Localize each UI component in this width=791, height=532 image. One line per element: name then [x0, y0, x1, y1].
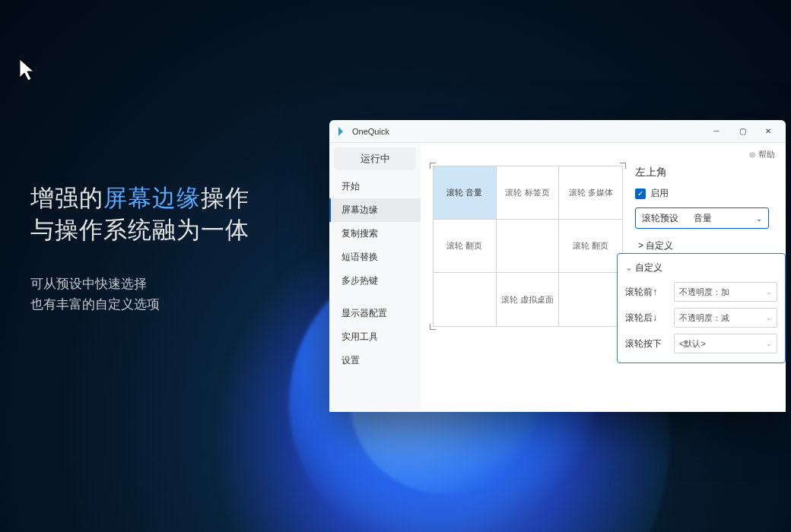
custom-popup: ⌄ 自定义 滚轮前↑ 不透明度：加 ⌄ 滚轮后↓ 不透明度：减 ⌄ 滚轮按下 <… [617, 253, 786, 363]
popup-select-wheel-up[interactable]: 不透明度：加 ⌄ [674, 282, 777, 302]
hero-text: 增强的屏幕边缘操作 与操作系统融为一体 可从预设中快速选择 也有丰富的自定义选项 [30, 182, 249, 315]
preset-dropdown[interactable]: 滚轮预设 音量 ⌄ [635, 207, 769, 229]
popup-title: ⌄ 自定义 [625, 261, 777, 274]
enable-checkbox-row[interactable]: ✓ 启用 [635, 187, 769, 200]
preset-value: 音量 [685, 212, 750, 225]
edge-grid: 滚轮 音量 滚轮 标签页 滚轮 多媒体 滚轮 翻页 滚轮 翻页 滚轮 虚拟桌面 [433, 166, 623, 327]
sidebar-item-settings[interactable]: 设置 [329, 349, 421, 372]
grid-cell-top-right[interactable]: 滚轮 多媒体 [559, 166, 622, 220]
sidebar-item-multi-hotkey[interactable]: 多步热键 [329, 269, 421, 293]
preset-label: 滚轮预设 [636, 212, 685, 225]
popup-label-wheel-up: 滚轮前↑ [625, 286, 669, 299]
panel-title: 左上角 [635, 166, 769, 179]
cursor-icon [18, 58, 37, 82]
sidebar-item-copy-search[interactable]: 复制搜索 [329, 222, 421, 245]
minimize-button[interactable]: ─ [704, 122, 729, 141]
grid-cell-bot-right[interactable] [559, 273, 622, 326]
hero-line1-c: 操作 [201, 185, 249, 211]
tab-running[interactable]: 运行中 [334, 147, 416, 170]
help-link[interactable]: ⊙ 帮助 [749, 149, 775, 160]
hero-line1-highlight: 屏幕边缘 [103, 185, 201, 211]
checkbox-icon: ✓ [635, 188, 646, 199]
grid-cell-top-left[interactable]: 滚轮 音量 [434, 166, 497, 220]
sidebar-item-start[interactable]: 开始 [329, 175, 421, 198]
titlebar[interactable]: OneQuick ─ ▢ ✕ [329, 120, 786, 143]
maximize-button[interactable]: ▢ [729, 122, 755, 141]
chevron-down-icon: ⌄ [766, 314, 772, 321]
grid-cell-bot-left[interactable] [434, 273, 497, 326]
grid-cell-mid-right[interactable]: 滚轮 翻页 [559, 220, 622, 273]
popup-label-wheel-down: 滚轮后↓ [625, 312, 669, 325]
sidebar: 运行中 开始 屏幕边缘 复制搜索 短语替换 多步热键 显示器配置 实用工具 设置 [329, 143, 421, 412]
grid-cell-mid-left[interactable]: 滚轮 翻页 [434, 220, 497, 273]
popup-select-wheel-down[interactable]: 不透明度：减 ⌄ [674, 308, 777, 328]
hero-line2: 与操作系统融为一体 [30, 214, 249, 246]
grid-cell-top-center[interactable]: 滚轮 标签页 [497, 166, 560, 220]
config-panel: 左上角 ✓ 启用 滚轮预设 音量 ⌄ > 自定义 [635, 166, 769, 255]
popup-select-wheel-press[interactable]: <默认> ⌄ [674, 334, 777, 353]
window-title: OneQuick [352, 127, 704, 136]
enable-label: 启用 [650, 187, 669, 200]
sidebar-item-utilities[interactable]: 实用工具 [329, 325, 421, 349]
hero-sub2: 也有丰富的自定义选项 [30, 294, 249, 315]
app-icon [335, 125, 348, 138]
app-window: OneQuick ─ ▢ ✕ 运行中 开始 屏幕边缘 复制搜索 短语替换 多步热… [329, 120, 786, 412]
chevron-down-icon: ⌄ [750, 214, 768, 223]
hero-sub1: 可从预设中快速选择 [30, 274, 249, 294]
grid-cell-bot-center[interactable]: 滚轮 虚拟桌面 [497, 273, 560, 326]
sidebar-item-monitor-config[interactable]: 显示器配置 [329, 302, 421, 325]
chevron-down-icon: ⌄ [766, 288, 772, 296]
grid-cell-mid-center[interactable] [497, 220, 560, 273]
sidebar-item-screen-edge[interactable]: 屏幕边缘 [329, 198, 421, 222]
close-button[interactable]: ✕ [755, 122, 781, 141]
chevron-down-icon: ⌄ [766, 340, 772, 347]
popup-label-wheel-press: 滚轮按下 [625, 337, 669, 350]
sidebar-item-phrase-replace[interactable]: 短语替换 [329, 245, 421, 269]
hero-line1-a: 增强的 [30, 185, 103, 211]
